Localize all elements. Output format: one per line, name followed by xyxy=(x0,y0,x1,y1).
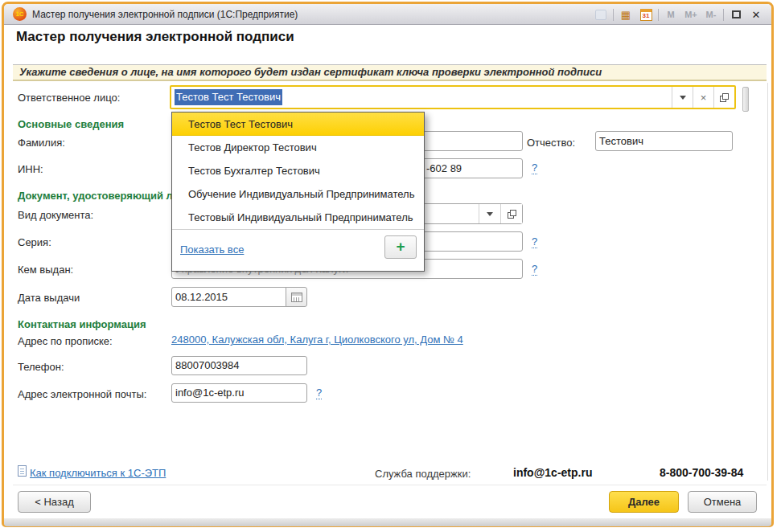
next-button[interactable]: Далее xyxy=(609,491,679,513)
close-icon: ✕ xyxy=(752,10,761,20)
chevron-down-icon xyxy=(487,212,493,216)
dropdown-item[interactable]: Обучение Индивидуальный Предприниматель xyxy=(172,182,424,206)
series-label: Серия: xyxy=(18,236,51,248)
email-input[interactable]: info@1c-etp.ru xyxy=(171,383,307,403)
window-bottom-strip xyxy=(4,518,771,526)
how-to-connect-link[interactable]: Как подключиться к 1С-ЭТП xyxy=(30,467,166,479)
doc-type-open-button[interactable] xyxy=(500,204,522,223)
calendar-button[interactable]: 31 xyxy=(638,7,654,22)
responsible-label: Ответственное лицо: xyxy=(18,92,120,104)
dropdown-item[interactable]: Тестов Бухгалтер Тестович xyxy=(172,159,424,182)
responsible-input[interactable]: Тестов Тест Тестович xyxy=(171,87,672,108)
dropdown-item[interactable]: Тестов Директор Тестович xyxy=(172,136,424,159)
footer-separator xyxy=(13,485,767,485)
section-contact: Контактная информация xyxy=(18,318,146,330)
calculator-button[interactable]: ▦ xyxy=(618,7,634,22)
instruction-bar: Укажите сведения о лице, на имя которого… xyxy=(13,64,767,81)
responsible-dropdown-list: Тестов Тест Тестович Тестов Директор Тес… xyxy=(171,112,425,272)
last-name-label: Фамилия: xyxy=(18,137,65,149)
doc-type-label: Вид документа: xyxy=(18,209,93,221)
close-button[interactable]: ✕ xyxy=(748,7,764,22)
1c-logo-icon[interactable]: 1С xyxy=(13,7,27,21)
support-label: Служба поддержки: xyxy=(375,468,471,480)
middle-name-input[interactable]: Тестович xyxy=(595,131,733,151)
doc-type-dropdown-button[interactable] xyxy=(479,204,500,223)
issue-date-label: Дата выдачи xyxy=(18,292,80,304)
titlebar-separator xyxy=(723,9,724,21)
show-all-link[interactable]: Показать все xyxy=(180,243,244,256)
chevron-down-icon xyxy=(680,96,686,100)
calendar-icon xyxy=(291,293,302,302)
middle-name-label: Отчество: xyxy=(527,137,575,149)
dropdown-item[interactable]: Тестовый Индивидуальный Предприниматель xyxy=(172,206,424,229)
support-phone: 8-800-700-39-84 xyxy=(660,466,743,479)
titlebar-icons: ▦ 31 М М+ М- ✕ xyxy=(593,6,764,23)
email-help-link[interactable]: ? xyxy=(316,387,322,399)
responsible-combo[interactable]: Тестов Тест Тестович × xyxy=(170,85,736,109)
responsible-open-button[interactable] xyxy=(713,87,734,108)
inn-label: ИНН: xyxy=(18,163,43,175)
responsible-dropdown-button[interactable] xyxy=(672,87,693,108)
maximize-icon xyxy=(732,10,741,18)
save-button[interactable] xyxy=(593,7,609,22)
dropdown-item[interactable]: Тестов Тест Тестович xyxy=(172,113,424,136)
address-label: Адрес по прописке: xyxy=(18,335,113,347)
responsible-clear-button[interactable]: × xyxy=(693,87,713,108)
email-label: Адрес электронной почты: xyxy=(18,388,146,400)
window-title: Мастер получения электронной подписи (1С… xyxy=(32,9,298,20)
page-title: Мастер получения электронной подписи xyxy=(16,29,294,45)
cancel-button[interactable]: Отмена xyxy=(688,491,757,513)
inn-value-fragment: -602 89 xyxy=(426,162,462,174)
inn-help-link[interactable]: ? xyxy=(532,162,537,174)
document-icon xyxy=(18,465,27,477)
titlebar[interactable]: 1С Мастер получения электронной подписи … xyxy=(4,4,771,25)
memory-subtract-button[interactable]: М- xyxy=(703,7,719,22)
clear-icon: × xyxy=(701,92,707,103)
calendar-icon: 31 xyxy=(640,9,652,21)
wizard-window: 1С Мастер получения электронной подписи … xyxy=(0,0,781,532)
memory-recall-button[interactable]: М xyxy=(663,7,679,22)
scrollbar-thumb[interactable] xyxy=(742,87,749,112)
titlebar-separator xyxy=(613,9,614,21)
issued-by-help-link[interactable]: ? xyxy=(532,263,537,276)
address-link[interactable]: 248000, Калужская обл, Калуга г, Циолков… xyxy=(171,334,463,346)
support-email: info@1c-etp.ru xyxy=(513,466,592,479)
open-icon xyxy=(720,93,729,102)
series-help-link[interactable]: ? xyxy=(532,235,537,248)
phone-label: Телефон: xyxy=(18,361,64,373)
titlebar-separator xyxy=(658,9,659,21)
calculator-icon: ▦ xyxy=(621,10,631,20)
responsible-selected-text: Тестов Тест Тестович xyxy=(175,89,282,105)
memory-add-button[interactable]: М+ xyxy=(683,7,699,22)
section-main: Основные сведения xyxy=(18,118,124,130)
issue-date-input[interactable]: 08.12.2015 xyxy=(171,287,286,307)
phone-input[interactable]: 88007003984 xyxy=(171,356,307,375)
add-new-button[interactable]: + xyxy=(384,235,417,259)
dropdown-footer: Показать все + xyxy=(172,229,424,271)
back-button[interactable]: < Назад xyxy=(18,491,91,513)
open-icon xyxy=(508,210,516,219)
issue-date-calendar-button[interactable] xyxy=(286,287,307,307)
maximize-button[interactable] xyxy=(728,7,744,22)
form-right-border xyxy=(767,83,768,481)
save-icon xyxy=(595,10,606,20)
issued-by-label: Кем выдан: xyxy=(18,264,73,276)
